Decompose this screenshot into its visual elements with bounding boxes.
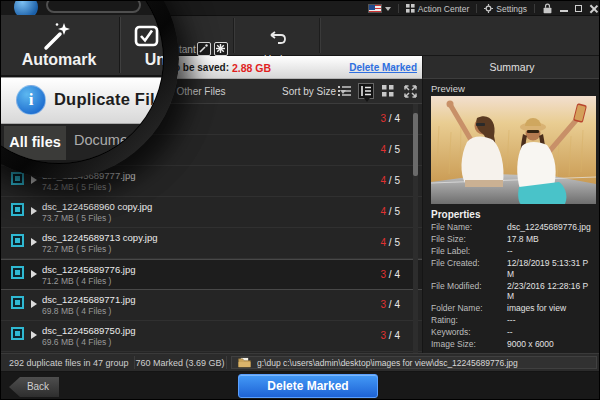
footer: Back Delete Marked xyxy=(1,372,600,400)
property-row: Folder Name:images for view xyxy=(431,303,599,314)
property-row: File Created:12/18/2019 5:13:31 PM xyxy=(431,258,599,279)
unmark-button[interactable]: UnMark xyxy=(119,51,164,69)
list-view-icon[interactable] xyxy=(336,83,352,99)
file-size: 73.7 MB ( 5 Files ) xyxy=(42,213,111,223)
properties-title: Properties xyxy=(431,209,480,220)
file-name: dsc_12245689771.jpg xyxy=(42,294,136,305)
marked-summary-text: 760 Marked (3.69 GB) xyxy=(134,358,226,368)
gear-icon xyxy=(484,4,493,13)
marked-count: 3 / 4 xyxy=(381,269,400,280)
property-row: Keywords:-- xyxy=(431,327,599,338)
marked-count: 3 / 4 xyxy=(381,330,400,341)
instant-mode-label: tant xyxy=(179,44,196,55)
tab-summary[interactable]: Summary xyxy=(422,56,600,79)
file-group-row[interactable]: dsc_12245689713 copy.jpg 72.7 MB ( 5 Fil… xyxy=(1,228,422,259)
marked-count: 4 / 5 xyxy=(381,144,400,155)
lens-tab-all-files[interactable]: All files xyxy=(4,126,66,160)
lens-tab-documents[interactable]: Documen xyxy=(74,132,136,148)
marked-count: 3 / 4 xyxy=(381,113,400,124)
property-row: File Name:dsc_12245689776.jpg xyxy=(431,222,599,233)
window-tab-outline xyxy=(46,0,141,13)
file-checkbox[interactable] xyxy=(11,296,24,309)
lock-icon[interactable] xyxy=(542,3,553,14)
expand-view-icon[interactable] xyxy=(402,83,418,99)
file-size: 71.2 MB ( 4 Files ) xyxy=(42,276,111,286)
file-size: 74.2 MB ( 5 Files ) xyxy=(42,182,111,192)
magic-wand-icon xyxy=(41,21,71,51)
file-name: dsc_12245689750.jpg xyxy=(42,325,136,336)
file-size: 69.6 MB ( 4 Files ) xyxy=(42,337,111,347)
back-button[interactable]: Back xyxy=(9,377,59,397)
file-checkbox[interactable] xyxy=(11,327,24,340)
property-row: Image Size:9000 x 6000 xyxy=(431,339,599,350)
file-path-text: g:\dup c:\users\admin\desktop\images for… xyxy=(257,358,518,368)
file-group-row-selected[interactable]: dsc_12245689776.jpg 71.2 MB ( 4 Files ) … xyxy=(1,259,422,290)
settings-label: Settings xyxy=(496,4,527,14)
divider xyxy=(476,4,477,13)
marked-count: 4 / 5 xyxy=(381,237,400,248)
magnifier-lens-content: Automark UnMark i Duplicate Files f All … xyxy=(0,0,164,164)
savings-value: 2.88 GB xyxy=(232,62,271,74)
properties-table: File Name:dsc_12245689776.jpg File Size:… xyxy=(431,222,599,363)
unmark-icon xyxy=(134,25,164,49)
tab-other-files[interactable]: Other Files xyxy=(171,79,231,104)
divider xyxy=(534,4,535,13)
instant-settings-button[interactable] xyxy=(214,42,228,56)
automark-button[interactable]: Automark xyxy=(0,51,119,69)
settings-button[interactable]: Settings xyxy=(484,4,527,14)
file-name: dsc_12245689713 copy.jpg xyxy=(42,232,158,243)
info-icon: i xyxy=(16,85,46,115)
expand-arrow-icon[interactable] xyxy=(31,300,37,308)
file-checkbox[interactable] xyxy=(11,266,24,279)
delete-marked-link[interactable]: Delete Marked xyxy=(349,62,417,73)
property-row: File Size:17.8 MB xyxy=(431,234,599,245)
preview-label: Preview xyxy=(431,83,465,94)
chevron-down-icon xyxy=(385,7,391,11)
folder-icon xyxy=(238,357,251,368)
marked-count: 4 / 5 xyxy=(381,175,400,186)
sort-label: Sort by Size xyxy=(282,86,336,97)
file-group-row[interactable]: dsc_1224568960 copy.jpg 73.7 MB ( 5 File… xyxy=(1,197,422,228)
scrollbar-thumb[interactable] xyxy=(413,113,418,176)
toolbar-divider xyxy=(319,18,320,53)
instant-automark-button[interactable] xyxy=(197,42,211,56)
close-button[interactable] xyxy=(589,5,597,13)
marked-count: 4 / 5 xyxy=(381,206,400,217)
status-bar: 292 duplicate files in 47 group 760 Mark… xyxy=(1,353,600,372)
delete-marked-button[interactable]: Delete Marked xyxy=(238,374,378,398)
lens-toolbar: Automark UnMark xyxy=(0,15,164,77)
lens-banner-text: Duplicate Files f xyxy=(54,90,164,109)
lens-titlebar xyxy=(0,0,164,15)
duplicates-count-text: 292 duplicate files in 47 group xyxy=(9,358,129,368)
grid-view-icon[interactable] xyxy=(380,83,396,99)
file-group-row[interactable]: dsc_12245689771.jpg 69.8 MB ( 4 Files ) … xyxy=(1,290,422,321)
marked-count: 3 / 4 xyxy=(381,299,400,310)
preview-photo xyxy=(431,96,596,204)
undo-button[interactable] xyxy=(233,31,319,56)
file-size: 72.7 MB ( 5 Files ) xyxy=(42,244,111,254)
file-size: 69.8 MB ( 4 Files ) xyxy=(42,306,111,316)
file-checkbox[interactable] xyxy=(11,234,24,247)
file-checkbox[interactable] xyxy=(11,172,24,185)
grid-icon xyxy=(406,4,415,13)
property-row: File Label:-- xyxy=(431,246,599,257)
property-row: Rating:--- xyxy=(431,315,599,326)
language-selector[interactable] xyxy=(368,4,391,13)
divider xyxy=(226,356,227,369)
us-flag-icon xyxy=(368,4,382,13)
action-center-button[interactable]: Action Center xyxy=(406,4,470,14)
lens-info-banner: i Duplicate Files f xyxy=(0,77,164,124)
file-checkbox[interactable] xyxy=(11,203,24,216)
detail-view-icon[interactable] xyxy=(358,83,374,99)
file-group-row[interactable]: dsc_12245689750.jpg 69.6 MB ( 4 Files ) … xyxy=(1,321,422,352)
expand-arrow-icon[interactable] xyxy=(31,176,37,184)
file-name: dsc_1224568960 copy.jpg xyxy=(42,201,152,212)
expand-arrow-icon[interactable] xyxy=(31,238,37,246)
expand-arrow-icon[interactable] xyxy=(31,331,37,339)
expand-arrow-icon[interactable] xyxy=(31,270,37,278)
scrollbar[interactable] xyxy=(413,104,418,353)
maximize-button[interactable] xyxy=(575,5,582,12)
expand-arrow-icon[interactable] xyxy=(31,207,37,215)
file-path-field[interactable]: g:\dup c:\users\admin\desktop\images for… xyxy=(231,356,597,369)
minimize-button[interactable] xyxy=(560,10,568,12)
